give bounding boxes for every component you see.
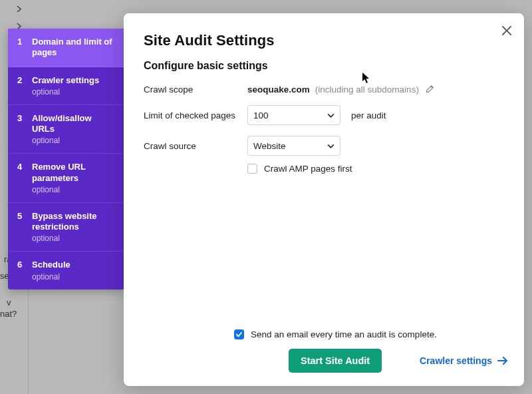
wizard-step-title: Bypass website restrictions (32, 211, 115, 233)
row-limit-pages: Limit of checked pages 100 per audit (144, 105, 508, 125)
wizard-step-optional: optional (32, 234, 115, 243)
wizard-step-title: Schedule (32, 260, 115, 270)
select-crawl-source-value: Website (253, 141, 286, 151)
arrow-right-icon (497, 357, 508, 365)
wizard-step-number: 5 (17, 211, 25, 244)
bg-text: nat? (0, 309, 17, 319)
wizard-step-2[interactable]: 2Crawler settingsoptional (8, 67, 124, 105)
wizard-step-4[interactable]: 4Remove URL parametersoptional (8, 154, 124, 203)
edit-scope-button[interactable] (424, 84, 435, 95)
modal-subtitle: Configure basic settings (144, 60, 508, 72)
wizard-step-1[interactable]: 1Domain and limit of pages (8, 29, 124, 67)
chevron-right-icon[interactable] (12, 1, 25, 16)
wizard-step-title: Allow/disallow URLs (32, 113, 115, 135)
wizard-step-labels: Remove URL parametersoptional (32, 162, 115, 194)
start-site-audit-button[interactable]: Start Site Audit (289, 349, 382, 373)
chevron-down-icon (327, 142, 334, 150)
wizard-step-5[interactable]: 5Bypass website restrictionsoptional (8, 203, 124, 252)
row-email-on-complete: Send an email every time an audit is com… (234, 329, 508, 339)
wizard-step-labels: Bypass website restrictionsoptional (32, 211, 115, 244)
wizard-step-optional: optional (32, 272, 115, 282)
wizard-step-title: Crawler settings (32, 75, 115, 86)
crawl-scope-domain: seoquake.com (247, 85, 310, 95)
checkbox-amp-first-label: Crawl AMP pages first (264, 164, 352, 174)
wizard-step-number: 3 (17, 113, 25, 146)
settings-modal: Site Audit Settings Configure basic sett… (124, 13, 524, 386)
wizard-step-labels: Scheduleoptional (32, 260, 115, 281)
modal-footer: Send an email every time an audit is com… (144, 329, 508, 373)
checkbox-email-on-complete[interactable]: Send an email every time an audit is com… (234, 329, 437, 339)
label-crawl-source: Crawl source (144, 141, 237, 151)
row-crawl-source: Crawl source Website (144, 136, 508, 156)
checkbox-email-label: Send an email every time an audit is com… (251, 329, 437, 339)
pencil-icon (425, 85, 434, 94)
row-amp-first: Crawl AMP pages first (247, 164, 508, 174)
modal-content: Site Audit Settings Configure basic sett… (144, 32, 508, 373)
label-crawl-scope: Crawl scope (144, 85, 237, 95)
select-limit-pages-value: 100 (253, 110, 269, 120)
wizard-step-labels: Domain and limit of pages (32, 37, 115, 59)
wizard-step-labels: Allow/disallow URLsoptional (32, 113, 115, 146)
wizard-step-number: 6 (17, 260, 25, 281)
select-limit-pages[interactable]: 100 (247, 105, 340, 125)
per-audit-label: per audit (351, 110, 386, 120)
wizard-step-3[interactable]: 3Allow/disallow URLsoptional (8, 105, 124, 154)
label-limit-pages: Limit of checked pages (144, 110, 237, 120)
wizard-step-number: 2 (17, 75, 25, 97)
wizard-step-title: Domain and limit of pages (32, 37, 115, 59)
wizard-steps: 1Domain and limit of pages2Crawler setti… (8, 29, 124, 290)
wizard-step-number: 4 (17, 162, 25, 194)
modal-actions: Start Site Audit Crawler settings (144, 349, 508, 373)
wizard-step-optional: optional (32, 87, 115, 97)
row-crawl-scope: Crawl scope seoquake.com (including all … (144, 84, 508, 95)
checkbox-box (247, 164, 257, 174)
wizard-step-optional: optional (32, 185, 115, 194)
next-step-link[interactable]: Crawler settings (420, 355, 508, 366)
next-step-link-label: Crawler settings (420, 355, 492, 366)
checkbox-amp-first[interactable]: Crawl AMP pages first (247, 164, 352, 174)
check-icon (235, 331, 243, 338)
value-crawl-scope: seoquake.com (including all subdomains) (247, 84, 435, 95)
wizard-step-number: 1 (17, 37, 25, 59)
wizard-step-optional: optional (32, 136, 115, 145)
wizard-step-labels: Crawler settingsoptional (32, 75, 115, 97)
crawl-scope-note: (including all subdomains) (315, 85, 419, 95)
chevron-down-icon (327, 112, 334, 119)
select-crawl-source[interactable]: Website (247, 136, 340, 156)
wizard-step-title: Remove URL parameters (32, 162, 115, 184)
wizard-step-6[interactable]: 6Scheduleoptional (8, 252, 124, 289)
bg-text: v (7, 297, 11, 307)
modal-title: Site Audit Settings (144, 32, 508, 49)
checkbox-box (234, 329, 244, 339)
settings-form: Crawl scope seoquake.com (including all … (144, 84, 508, 184)
